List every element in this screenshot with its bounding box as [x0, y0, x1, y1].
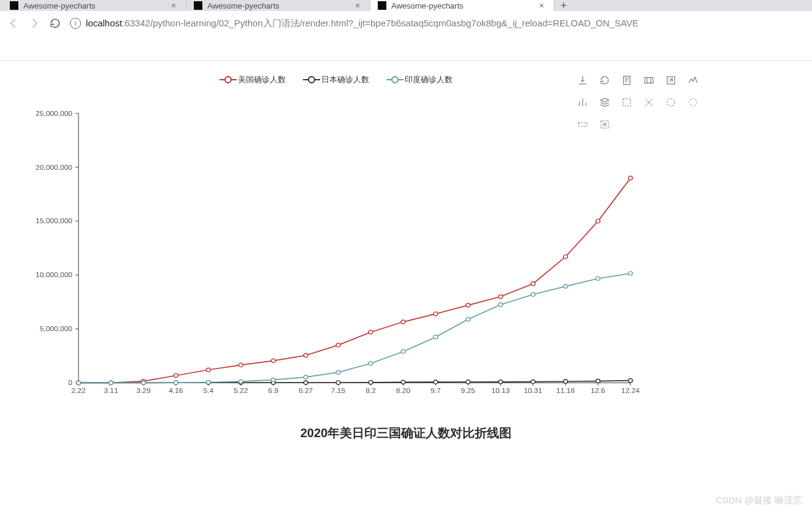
- svg-text:10.13: 10.13: [491, 387, 510, 394]
- back-icon[interactable]: [7, 17, 20, 29]
- svg-text:6.9: 6.9: [268, 387, 278, 394]
- svg-rect-0: [624, 76, 630, 85]
- close-icon[interactable]: ×: [353, 1, 362, 10]
- legend-swatch-icon: [303, 76, 320, 83]
- browser-tab-0[interactable]: Awesome-pyecharts ×: [2, 0, 186, 11]
- watermark-text: CSDN @最後 咻莈莣: [716, 495, 802, 506]
- svg-point-4: [667, 99, 675, 106]
- svg-point-103: [369, 362, 373, 365]
- svg-text:10,000,000: 10,000,000: [36, 272, 72, 278]
- svg-point-75: [629, 176, 633, 180]
- tab-favicon: [194, 1, 202, 10]
- chart-plot: 05,000,00010,000,00015,000,00020,000,000…: [79, 113, 640, 406]
- svg-text:9.25: 9.25: [461, 387, 475, 394]
- tab-title: Awesome-pyecharts: [23, 1, 96, 10]
- reload-icon[interactable]: [49, 17, 61, 29]
- svg-text:10.31: 10.31: [524, 387, 542, 394]
- url-host: localhost: [86, 18, 122, 28]
- svg-point-107: [499, 303, 503, 307]
- url-rest: :63342/python-learning/02_Python入门语法/ren…: [122, 18, 638, 28]
- divider: [0, 60, 812, 61]
- svg-point-72: [531, 282, 535, 286]
- new-tab-button[interactable]: +: [554, 0, 573, 11]
- close-icon[interactable]: ×: [169, 1, 178, 10]
- legend-label: 日本确诊人数: [321, 74, 369, 85]
- tab-title: Awesome-pyecharts: [207, 1, 280, 10]
- svg-text:15,000,000: 15,000,000: [36, 218, 72, 224]
- svg-point-101: [304, 375, 308, 379]
- address-bar[interactable]: i localhost:63342/python-learning/02_Pyt…: [70, 18, 805, 29]
- site-info-icon[interactable]: i: [70, 18, 81, 29]
- refresh-icon[interactable]: [597, 73, 612, 88]
- svg-text:12.6: 12.6: [591, 387, 605, 394]
- svg-point-97: [174, 381, 178, 384]
- forward-icon[interactable]: [28, 17, 40, 29]
- download-icon[interactable]: [575, 73, 590, 88]
- close-icon[interactable]: ×: [537, 1, 546, 10]
- svg-point-69: [434, 312, 438, 316]
- legend-label: 美国确诊人数: [238, 74, 286, 85]
- svg-text:5.22: 5.22: [234, 387, 248, 394]
- svg-text:5.4: 5.4: [203, 387, 213, 394]
- svg-point-99: [239, 380, 243, 383]
- svg-point-83: [304, 381, 308, 384]
- svg-text:7.15: 7.15: [331, 387, 345, 394]
- tab-title: Awesome-pyecharts: [391, 1, 464, 10]
- line-type-icon[interactable]: [686, 73, 700, 88]
- svg-point-84: [336, 381, 340, 384]
- svg-point-106: [466, 318, 470, 321]
- svg-point-71: [499, 295, 503, 299]
- svg-point-111: [629, 272, 633, 275]
- legend-item-us[interactable]: 美国确诊人数: [220, 74, 286, 85]
- svg-point-86: [401, 380, 405, 384]
- svg-point-102: [336, 370, 340, 374]
- legend-item-in[interactable]: 印度确诊人数: [386, 74, 453, 85]
- svg-point-90: [531, 380, 535, 384]
- svg-point-89: [499, 380, 503, 384]
- svg-point-63: [239, 363, 243, 367]
- svg-text:9.7: 9.7: [431, 387, 441, 394]
- stack-icon[interactable]: [597, 95, 612, 110]
- svg-text:0: 0: [68, 379, 72, 386]
- svg-text:8.2: 8.2: [366, 387, 376, 394]
- svg-point-91: [564, 380, 568, 383]
- tab-favicon: [378, 1, 386, 10]
- browser-tab-1[interactable]: Awesome-pyecharts ×: [186, 0, 370, 11]
- svg-point-74: [596, 219, 600, 223]
- svg-point-73: [564, 255, 568, 259]
- svg-rect-3: [623, 99, 630, 106]
- svg-point-64: [271, 359, 275, 362]
- legend-label: 印度确诊人数: [405, 74, 453, 85]
- brush-keep-icon[interactable]: [686, 95, 700, 110]
- svg-point-93: [629, 379, 633, 383]
- zoom-area-icon[interactable]: [642, 73, 656, 88]
- svg-text:20,000,000: 20,000,000: [36, 164, 72, 170]
- zoom-reset-icon[interactable]: [664, 73, 678, 88]
- svg-point-66: [336, 343, 340, 347]
- legend-item-jp[interactable]: 日本确诊人数: [303, 74, 369, 85]
- svg-text:12.24: 12.24: [621, 387, 640, 394]
- browser-tab-2[interactable]: Awesome-pyecharts ×: [370, 0, 554, 11]
- svg-point-68: [401, 320, 405, 324]
- svg-point-85: [369, 381, 373, 384]
- svg-point-110: [596, 277, 600, 280]
- browser-navbar: i localhost:63342/python-learning/02_Pyt…: [0, 11, 812, 36]
- svg-point-96: [141, 381, 145, 384]
- svg-point-70: [466, 303, 470, 307]
- data-view-icon[interactable]: [619, 73, 634, 88]
- bar-type-icon[interactable]: [575, 95, 590, 110]
- svg-point-100: [271, 378, 275, 381]
- svg-text:4.16: 4.16: [169, 387, 183, 394]
- svg-point-62: [206, 368, 210, 372]
- brush-polygon-icon[interactable]: [664, 95, 678, 110]
- svg-point-65: [304, 353, 308, 357]
- svg-point-95: [109, 381, 113, 384]
- brush-rect-icon[interactable]: [642, 95, 656, 110]
- restore-icon[interactable]: [619, 95, 634, 110]
- svg-point-98: [206, 380, 210, 384]
- legend-swatch-icon: [220, 76, 237, 83]
- svg-point-92: [596, 379, 600, 383]
- svg-point-5: [689, 99, 697, 106]
- svg-text:5,000,000: 5,000,000: [40, 326, 72, 332]
- svg-rect-1: [645, 78, 653, 83]
